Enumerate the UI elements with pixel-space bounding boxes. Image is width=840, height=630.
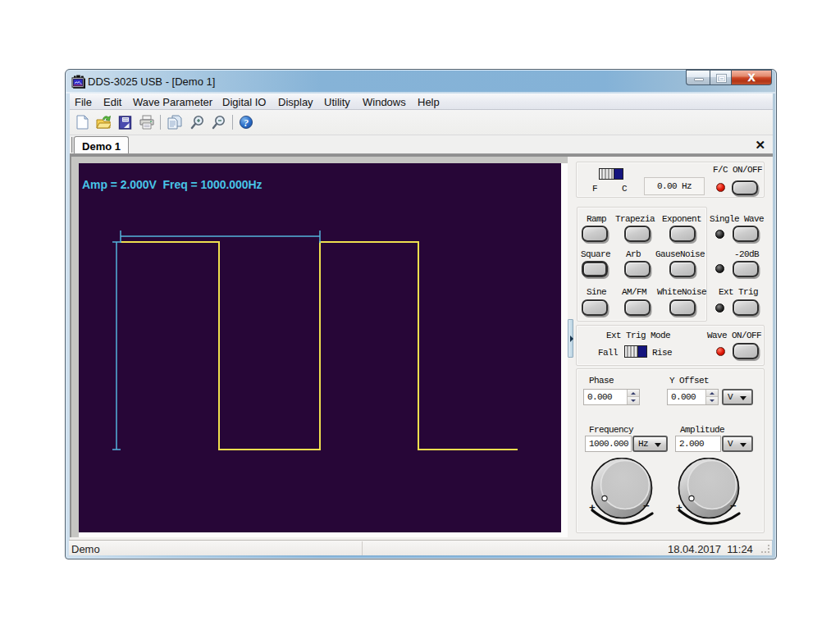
svg-text:−: − [643, 500, 650, 513]
svg-text:+: + [589, 502, 596, 514]
svg-text:−: − [730, 500, 737, 513]
svg-text:?: ? [244, 118, 249, 128]
svg-text:+: + [676, 502, 682, 514]
